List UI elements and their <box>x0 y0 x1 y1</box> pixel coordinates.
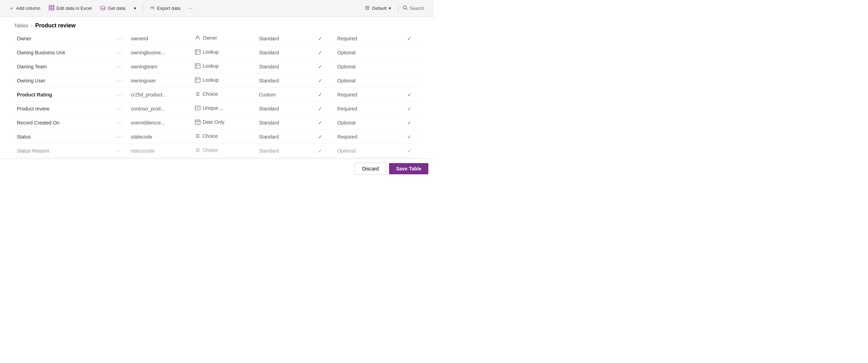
check1-cell: ✓ <box>306 46 334 60</box>
type-cell: Choice <box>192 88 256 102</box>
breadcrumb: Tables › Product review <box>0 17 434 32</box>
check1-cell: ✓ <box>306 144 334 158</box>
req-check: ✓ <box>407 92 412 98</box>
lookup-type-icon <box>195 49 200 55</box>
more-options-button[interactable]: ··· <box>185 4 196 13</box>
requirement-cell: Optional <box>335 74 399 88</box>
type-icon: 21 Date Only <box>195 119 224 125</box>
svg-point-5 <box>101 6 105 7</box>
category-cell: Standard <box>256 60 306 74</box>
more-options-cell[interactable]: ··· <box>114 144 128 158</box>
table-row: Owning User ··· owninguser Lookup Standa… <box>14 74 420 88</box>
table-row: Status ··· statecode Choice Standard ✓ R… <box>14 130 420 144</box>
table-row: Product review ··· contoso_prod... Uniqu… <box>14 102 420 116</box>
logical-name-cell: owningbusine... <box>128 46 192 60</box>
default-view-button[interactable]: Default ▾ <box>360 3 395 14</box>
logical-name-cell: cr25d_product... <box>128 88 192 102</box>
add-column-icon: ＋ <box>9 5 14 12</box>
more-options-cell[interactable]: ··· <box>114 74 128 88</box>
column-name: Owning User <box>17 78 45 83</box>
breadcrumb-parent-link[interactable]: Tables <box>14 23 28 28</box>
save-table-button[interactable]: Save Table <box>389 163 428 174</box>
svg-line-12 <box>406 9 407 10</box>
check2-cell: ✓ <box>399 130 420 144</box>
type-cell: Owner <box>192 32 256 46</box>
unique-type-icon <box>195 105 200 111</box>
list-icon <box>364 5 370 12</box>
check2-cell <box>399 60 420 74</box>
table-row: Product Rating ··· cr25d_product... Choi… <box>14 88 420 102</box>
type-label: Unique ... <box>203 105 224 111</box>
export-data-button[interactable]: Export data <box>146 3 184 14</box>
check2-cell <box>399 74 420 88</box>
choice-type-icon <box>195 147 200 153</box>
table-row: Owner ··· ownerid Owner Standard ✓ Requi… <box>14 32 420 46</box>
logical-name-cell: contoso_prod... <box>128 102 192 116</box>
more-options-cell[interactable]: ··· <box>114 60 128 74</box>
searchable-check: ✓ <box>318 50 322 55</box>
req-check: ✓ <box>407 106 412 112</box>
svg-rect-20 <box>195 78 200 82</box>
breadcrumb-current: Product review <box>35 22 75 29</box>
search-icon <box>403 5 408 11</box>
svg-rect-14 <box>195 49 200 54</box>
check2-cell: ✓ <box>399 88 420 102</box>
requirement-cell: Optional <box>335 46 399 60</box>
more-options-cell[interactable]: ··· <box>114 102 128 116</box>
get-data-dropdown-button[interactable]: ▾ <box>130 4 140 13</box>
more-options-cell[interactable]: ··· <box>114 32 128 46</box>
column-name-cell: Record Created On <box>14 116 114 130</box>
add-column-button[interactable]: ＋ Add column <box>6 3 44 14</box>
type-icon: Lookup <box>195 63 219 69</box>
data-table-container: Owner ··· ownerid Owner Standard ✓ Requi… <box>0 32 434 159</box>
column-name: Product Rating <box>17 92 52 98</box>
column-name: Status <box>17 134 31 140</box>
column-name-cell: Status <box>14 130 114 144</box>
svg-text:21: 21 <box>197 122 199 124</box>
type-cell: Unique ... <box>192 102 256 116</box>
check1-cell: ✓ <box>306 74 334 88</box>
searchable-check: ✓ <box>318 148 322 154</box>
type-icon: Owner <box>195 35 217 41</box>
column-name-cell: Status Reason <box>14 144 114 158</box>
lookup-type-icon <box>195 77 200 83</box>
table-row: Owning Business Unit ··· owningbusine...… <box>14 46 420 60</box>
searchable-check: ✓ <box>318 64 322 69</box>
more-options-cell[interactable]: ··· <box>114 116 128 130</box>
more-options-cell[interactable]: ··· <box>114 130 128 144</box>
searchable-check: ✓ <box>318 92 322 98</box>
discard-button[interactable]: Discard <box>355 163 386 175</box>
edit-excel-button[interactable]: Edit data in Excel <box>45 3 95 14</box>
check1-cell: ✓ <box>306 32 334 46</box>
check1-cell: ✓ <box>306 60 334 74</box>
database-icon <box>100 5 106 12</box>
excel-icon <box>49 5 54 12</box>
type-cell: Lookup <box>192 74 256 88</box>
requirement-cell: Required <box>335 130 399 144</box>
breadcrumb-separator: › <box>31 23 32 28</box>
type-label: Choice <box>203 147 218 153</box>
logical-name-cell: owningteam <box>128 60 192 74</box>
searchable-check: ✓ <box>318 120 322 126</box>
footer: Discard Save Table <box>0 159 434 178</box>
toolbar-divider <box>143 4 143 13</box>
check2-cell: ✓ <box>399 116 420 130</box>
type-cell: Lookup <box>192 60 256 74</box>
req-check: ✓ <box>407 134 412 140</box>
more-options-cell[interactable]: ··· <box>114 88 128 102</box>
searchable-check: ✓ <box>318 134 322 140</box>
type-icon: Lookup <box>195 49 219 55</box>
category-cell: Standard <box>256 144 306 158</box>
table-row: Owning Team ··· owningteam Lookup Standa… <box>14 60 420 74</box>
requirement-cell: Optional <box>335 60 399 74</box>
column-name: Status Reason <box>17 148 49 154</box>
get-data-button[interactable]: Get data <box>97 3 129 14</box>
category-cell: Standard <box>256 102 306 116</box>
check1-cell: ✓ <box>306 102 334 116</box>
check2-cell <box>399 46 420 60</box>
more-options-cell[interactable]: ··· <box>114 46 128 60</box>
search-box[interactable]: Search <box>398 3 428 13</box>
date-type-icon: 21 <box>195 119 200 125</box>
category-cell: Standard <box>256 32 306 46</box>
category-cell: Standard <box>256 46 306 60</box>
